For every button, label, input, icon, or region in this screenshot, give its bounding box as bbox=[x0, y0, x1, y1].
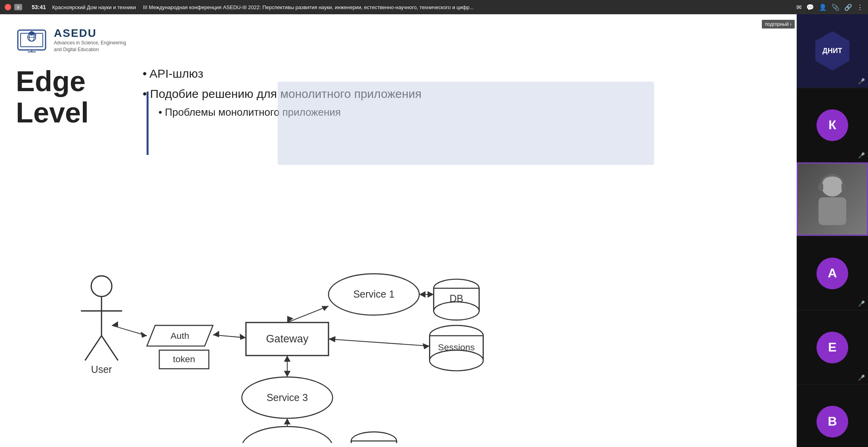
avatar-k-label: К bbox=[828, 118, 836, 132]
svg-marker-53 bbox=[284, 371, 291, 377]
dnit-text: ДНИТ bbox=[822, 47, 842, 55]
avatar-b-label: В bbox=[828, 414, 837, 429]
main-layout: ASEDU Advances in Science, Engineering a… bbox=[0, 14, 868, 447]
svg-marker-40 bbox=[419, 291, 425, 298]
svg-line-35 bbox=[287, 306, 328, 323]
participant-a: А 🎤 bbox=[797, 237, 868, 310]
slide-area: ASEDU Advances in Science, Engineering a… bbox=[0, 14, 797, 447]
person-video bbox=[798, 164, 867, 235]
svg-text:Gateway: Gateway bbox=[266, 332, 309, 345]
svg-marker-48 bbox=[423, 343, 430, 350]
svg-text:Auth: Auth bbox=[171, 331, 189, 341]
slide-header: ASEDU Advances in Science, Engineering a… bbox=[16, 26, 781, 54]
participant-b: В 🎤 bbox=[797, 385, 868, 447]
attachment-icon[interactable]: 📎 bbox=[832, 4, 839, 11]
svg-marker-54 bbox=[284, 355, 291, 362]
participant-dnit: ДНИТ 🎤 bbox=[797, 14, 868, 88]
people-icon[interactable]: 👤 bbox=[819, 4, 827, 11]
svg-line-12 bbox=[85, 336, 102, 360]
svg-marker-26 bbox=[213, 331, 219, 338]
svg-text:token: token bbox=[173, 354, 195, 364]
logo-title: ASEDU bbox=[54, 27, 126, 40]
participant-e: Е 🎤 bbox=[797, 311, 868, 384]
logo-subtitle-2: and Digital Education bbox=[54, 46, 126, 53]
svg-rect-61 bbox=[351, 441, 397, 443]
svg-point-9 bbox=[91, 276, 112, 296]
heading-line1: Edge bbox=[16, 65, 86, 97]
window-controls: ⏸ bbox=[5, 4, 22, 10]
more-icon[interactable]: ⋮ bbox=[857, 4, 863, 11]
svg-rect-72 bbox=[841, 183, 846, 191]
svg-marker-39 bbox=[427, 291, 434, 298]
highlight-box bbox=[278, 82, 654, 165]
avatar-b: В bbox=[816, 406, 848, 437]
vertical-divider bbox=[147, 92, 149, 155]
svg-point-33 bbox=[434, 302, 479, 320]
mic-off-icon-k: 🎤 bbox=[858, 152, 865, 159]
slide-left: Edge Level bbox=[16, 66, 127, 136]
pause-icon: ⏸ bbox=[16, 5, 20, 10]
svg-line-13 bbox=[101, 336, 118, 360]
svg-marker-57 bbox=[284, 418, 291, 425]
avatar-a-label: А bbox=[828, 266, 837, 281]
svg-text:Service 1: Service 1 bbox=[353, 288, 395, 300]
participant-person bbox=[797, 162, 868, 236]
avatar-e: Е bbox=[816, 332, 848, 363]
topbar-icons: ✉ 💬 👤 📎 🔗 ⋮ bbox=[796, 4, 863, 11]
svg-line-47 bbox=[328, 339, 429, 346]
mic-off-icon: 🎤 bbox=[858, 78, 865, 84]
architecture-diagram: User Auth token Gateway bbox=[40, 245, 535, 443]
logo-container: ASEDU Advances in Science, Engineering a… bbox=[16, 26, 126, 54]
svg-text:Service 3: Service 3 bbox=[267, 392, 308, 403]
heading-line2: Level bbox=[16, 97, 89, 128]
svg-text:Sessions: Sessions bbox=[438, 342, 475, 352]
avatar-k: К bbox=[816, 109, 848, 141]
svg-marker-25 bbox=[240, 334, 246, 340]
svg-text:User: User bbox=[91, 364, 112, 375]
svg-point-45 bbox=[429, 350, 483, 371]
mic-off-icon-a: 🎤 bbox=[858, 300, 865, 307]
svg-rect-70 bbox=[818, 197, 846, 225]
slide-heading: Edge Level bbox=[16, 66, 89, 128]
logo-subtitle-1: Advances in Science, Engineering bbox=[54, 40, 126, 46]
logo-text: ASEDU Advances in Science, Engineering a… bbox=[54, 27, 126, 53]
person-silhouette bbox=[813, 172, 852, 227]
diagram-area: User Auth token Gateway bbox=[40, 245, 535, 443]
asedu-logo-icon bbox=[16, 26, 48, 54]
svg-text:DB: DB bbox=[450, 293, 464, 304]
sidebar: подгорный › ДНИТ 🎤 К 🎤 bbox=[797, 14, 868, 447]
bullet-1: • API-шлюз bbox=[143, 66, 781, 81]
chat-icon[interactable]: 💬 bbox=[806, 4, 814, 11]
mic-off-icon-e: 🎤 bbox=[858, 374, 865, 381]
topbar: ⏸ 53:41 Красноярский Дом науки и техники… bbox=[0, 0, 868, 14]
svg-marker-49 bbox=[328, 336, 336, 342]
avatar-e-label: Е bbox=[828, 340, 836, 355]
participant-k: К 🎤 bbox=[797, 88, 868, 162]
svg-rect-71 bbox=[818, 183, 823, 191]
link-icon[interactable]: 🔗 bbox=[844, 4, 852, 11]
avatar-a: А bbox=[816, 258, 848, 289]
close-button[interactable] bbox=[5, 4, 11, 10]
dnit-logo: ДНИТ bbox=[813, 31, 852, 71]
svg-marker-20 bbox=[141, 332, 147, 338]
conference-title: Красноярский Дом науки и техники III Меж… bbox=[52, 4, 790, 10]
svg-point-58 bbox=[242, 426, 332, 443]
timer: 53:41 bbox=[32, 4, 46, 10]
mail-icon[interactable]: ✉ bbox=[796, 4, 801, 11]
svg-text:Service 2: Service 2 bbox=[267, 441, 308, 443]
pause-button[interactable]: ⏸ bbox=[14, 4, 22, 10]
